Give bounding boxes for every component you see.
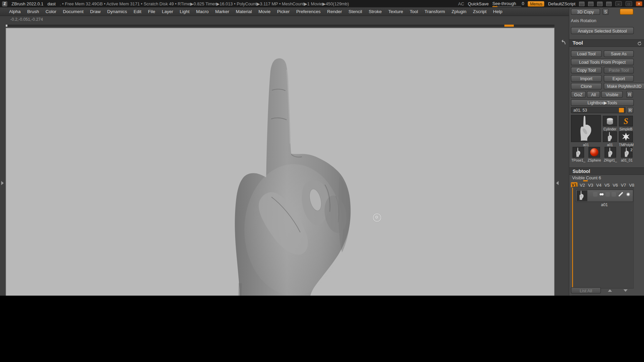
close-button[interactable]: ✕ (636, 1, 643, 6)
menu-marker[interactable]: Marker (212, 9, 233, 14)
tool-thumb-zrig[interactable] (604, 147, 616, 158)
move-down-button[interactable] (622, 288, 629, 293)
tool-thumb-label: Cylinder (603, 127, 617, 131)
menu-material[interactable]: Material (232, 9, 255, 14)
pen-icon[interactable] (619, 192, 623, 196)
tablet-icon[interactable] (579, 1, 585, 6)
right-tray-arrow[interactable] (556, 181, 558, 185)
monitor-icon[interactable] (606, 1, 611, 6)
menu-render[interactable]: Render (324, 9, 345, 14)
tool-thumb-tmpolym[interactable] (619, 131, 633, 142)
load-tool-button[interactable]: Load Tool (571, 51, 602, 57)
menu-light[interactable]: Light (176, 9, 193, 14)
analyze-selected-subtool-button[interactable]: Analyze Selected Subtool (571, 27, 634, 34)
visible-count-slider[interactable] (583, 180, 588, 182)
subtool-scrollbar[interactable] (572, 188, 573, 288)
titlebar: Z ZBrush 2022.0.1 dast . • Free Mem 32.4… (0, 0, 644, 7)
menu-stencil[interactable]: Stencil (345, 9, 365, 14)
zbrush-window: Z ZBrush 2022.0.1 dast . • Free Mem 32.4… (0, 0, 644, 296)
menu-layer[interactable]: Layer (159, 9, 176, 14)
slider-r-button[interactable]: R (627, 107, 633, 113)
subtool-item-a01[interactable] (576, 190, 634, 202)
sphere-icon (589, 147, 599, 157)
hand-icon (623, 147, 631, 157)
menu-movie[interactable]: Movie (255, 9, 274, 14)
s-button[interactable]: S (602, 9, 608, 15)
sculpt-icon[interactable] (593, 192, 597, 196)
menu-color[interactable]: Color (42, 9, 60, 14)
move-up-button[interactable] (606, 288, 613, 293)
load-tools-from-project-button[interactable]: Load Tools From Project (571, 59, 634, 65)
slider-handle[interactable] (619, 108, 624, 112)
menu-draw[interactable]: Draw (87, 9, 104, 14)
goz-button[interactable]: GoZ (571, 91, 586, 98)
document-scroll-strip[interactable] (6, 24, 554, 26)
menu-transform[interactable]: Transform (421, 9, 448, 14)
right-shelf: 3D Copy S Axis Rotation Analyze Selected… (569, 7, 644, 296)
tool-thumb-a01-small[interactable] (603, 131, 617, 142)
quicksave-button[interactable]: QuickSave (468, 1, 489, 6)
displacement-icon[interactable] (611, 192, 616, 196)
active-tool-label: a01. 53 (573, 108, 587, 112)
tool-reset-icon[interactable] (637, 41, 642, 46)
default-zscript-button[interactable]: DefaultZScript (548, 1, 575, 6)
menu-zscript[interactable]: Zscript (470, 9, 490, 14)
tool-thumb-cylinder[interactable] (603, 116, 617, 126)
tool-thumb-label: SimpleB (619, 127, 633, 131)
copy-tool-button[interactable]: Copy Tool (571, 67, 602, 74)
menu-stroke[interactable]: Stroke (365, 9, 385, 14)
tool-thumb-simplebrush[interactable]: S (619, 116, 633, 126)
tool-section-header[interactable]: Tool (569, 40, 644, 47)
menu-document[interactable]: Document (60, 9, 87, 14)
maximize-button[interactable]: □ (626, 1, 632, 6)
menu-zplugin[interactable]: Zplugin (448, 9, 470, 14)
menus-toggle-button[interactable]: Menus (528, 1, 544, 6)
tool-thumb-tpose1[interactable] (573, 147, 584, 158)
make-polymesh3d-button[interactable]: Make PolyMesh3D (604, 83, 644, 89)
orange-toggle-button[interactable] (620, 9, 633, 15)
menu-help[interactable]: Help (490, 9, 505, 14)
scroll-handle[interactable] (504, 24, 514, 26)
eye-visibility-icon[interactable] (626, 192, 630, 196)
tool-thumb-a01-large[interactable] (571, 115, 601, 142)
goz-all-button[interactable]: All (587, 91, 600, 98)
layout-icon[interactable] (597, 1, 602, 6)
menubar: Alpha Brush Color Document Draw Dynamics… (0, 7, 644, 16)
menu-alpha[interactable]: Alpha (6, 9, 24, 14)
paste-tool-button[interactable]: Paste Tool (604, 67, 634, 74)
lightbox-tools-button[interactable]: Lightbox▶Tools (571, 99, 634, 106)
goz-r-button[interactable]: R (626, 91, 633, 98)
axis-rotation-label: Axis Rotation (571, 18, 596, 23)
cylinder-icon (603, 116, 616, 126)
left-tray-arrow[interactable] (1, 181, 4, 185)
sculpt-hand-model (232, 53, 355, 296)
menu-texture[interactable]: Texture (385, 9, 407, 14)
menu-brush[interactable]: Brush (24, 9, 42, 14)
menu-dynamics[interactable]: Dynamics (104, 9, 130, 14)
list-all-button[interactable]: List All (571, 287, 601, 293)
export-button[interactable]: Export (604, 75, 634, 82)
draw-cursor (373, 214, 381, 222)
menu-edit[interactable]: Edit (130, 9, 145, 14)
menu-tool[interactable]: Tool (407, 9, 421, 14)
see-through-slider[interactable]: See-through 0 (492, 1, 524, 7)
polypaint-icon[interactable] (599, 192, 604, 196)
minimize-button[interactable]: – (615, 1, 622, 6)
active-tool-slider[interactable]: a01. 53 (571, 107, 626, 113)
tool-thumb-label: TMPolyM (619, 143, 633, 147)
viewport-canvas[interactable] (6, 28, 554, 296)
copy-3d-button[interactable]: 3D Copy (571, 9, 600, 15)
menu-picker[interactable]: Picker (274, 9, 293, 14)
clone-button[interactable]: Clone (571, 83, 602, 89)
import-button[interactable]: Import (571, 75, 602, 82)
uv-icon[interactable] (605, 192, 610, 196)
menu-macro[interactable]: Macro (193, 9, 212, 14)
tool-thumb-zsphere[interactable] (589, 147, 600, 158)
goz-visible-button[interactable]: Visible (601, 91, 623, 98)
save-as-button[interactable]: Save As (604, 51, 634, 57)
subtool-section-header[interactable]: Subtool (569, 168, 644, 175)
menu-file[interactable]: File (145, 9, 158, 14)
menu-preferences[interactable]: Preferences (293, 9, 324, 14)
keyboard-icon[interactable] (588, 1, 593, 6)
tray-collapse-arrow-icon[interactable] (560, 40, 566, 45)
